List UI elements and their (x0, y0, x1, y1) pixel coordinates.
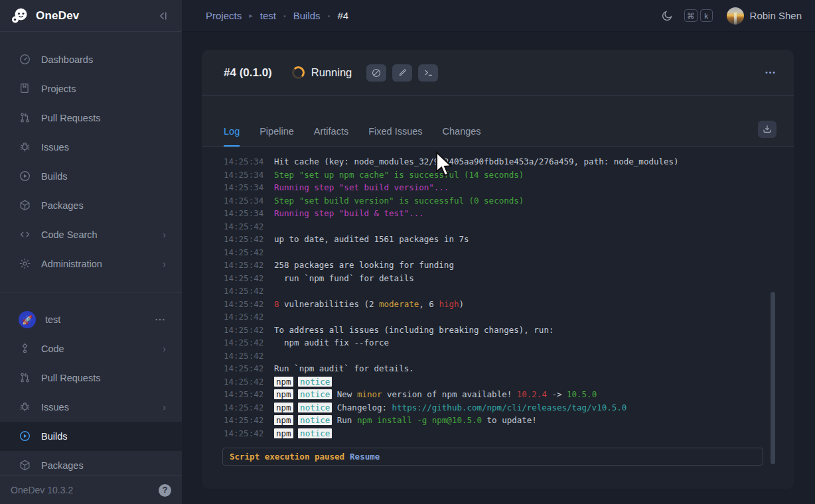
sidebar-item-label: Issues (41, 402, 69, 412)
sidebar-item-label: Dashboards (41, 54, 93, 65)
log-message: run `npm fund` for details (274, 272, 414, 285)
bug-icon (19, 141, 32, 154)
package-icon (19, 199, 32, 212)
download-log-button[interactable] (758, 121, 777, 138)
play-circle-icon (19, 430, 32, 443)
log-message: Step "set up npm cache" is successful (1… (274, 168, 524, 182)
project-item-code[interactable]: Code› (0, 334, 182, 363)
sidebar-item-administration[interactable]: Administration› (0, 249, 182, 279)
avatar (727, 7, 744, 25)
log-message: npm notice (274, 375, 332, 389)
project-item-pull-requests[interactable]: Pull Requests (0, 363, 182, 393)
project-more-icon[interactable] (154, 314, 166, 326)
shortcut-keys: ⌘k (684, 9, 713, 22)
help-icon[interactable]: ? (159, 484, 171, 497)
log-timestamp: 14:25:42 (224, 375, 265, 389)
breadcrumb-link-test[interactable]: test (260, 10, 276, 21)
log-scrollbar-thumb[interactable] (771, 292, 775, 464)
pull-request-icon (19, 111, 32, 125)
sidebar-item-packages[interactable]: Packages (0, 191, 182, 220)
tab-fixed-issues[interactable]: Fixed Issues (368, 126, 422, 147)
build-tabs: LogPipelineArtifactsFixed IssuesChanges (224, 126, 481, 147)
tab-changes[interactable]: Changes (443, 126, 481, 147)
paused-message: Script execution paused (230, 452, 344, 462)
build-status: Running (311, 66, 352, 79)
breadcrumb-separator: • (328, 12, 331, 20)
project-item-packages[interactable]: Packages (0, 451, 182, 475)
terminal-button[interactable] (418, 64, 438, 82)
sidebar-item-label: Builds (41, 431, 68, 442)
sidebar-item-label: Pull Requests (41, 373, 100, 383)
log-line: 14:25:42 run `npm fund` for details (224, 272, 794, 285)
project-avatar: 🚀 (19, 311, 36, 328)
log-timestamp: 14:25:42 (224, 272, 265, 285)
tab-pipeline[interactable]: Pipeline (259, 126, 294, 147)
sidebar-footer: OneDev 10.3.2 ? (0, 475, 182, 504)
log-line: 14:25:42npm notice (224, 427, 794, 440)
log-timestamp: 14:25:42 (224, 362, 265, 375)
sidebar-item-projects[interactable]: Projects (0, 74, 182, 103)
log-timestamp: 14:25:42 (224, 401, 265, 414)
log-timestamp: 14:25:42 (224, 336, 265, 349)
sidebar-item-dashboards[interactable]: Dashboards (0, 45, 182, 74)
chevron-right-icon: › (163, 259, 166, 269)
project-item-builds[interactable]: Builds (0, 422, 182, 451)
sidebar-item-label: Administration (41, 259, 102, 269)
breadcrumb-link-builds[interactable]: Builds (293, 10, 321, 21)
sidebar-item-builds[interactable]: Builds (0, 162, 182, 191)
chevron-right-icon: › (163, 403, 166, 412)
play-circle-icon (19, 170, 32, 183)
sidebar-project-row[interactable]: 🚀 test (0, 305, 182, 334)
log-timestamp: 14:25:34 (224, 168, 265, 182)
breadcrumb-link-projects[interactable]: Projects (206, 10, 242, 21)
log-timestamp: 14:25:42 (224, 220, 265, 233)
log-message: npm notice (274, 427, 332, 440)
sidebar-collapse-icon[interactable] (157, 9, 170, 23)
sidebar-item-label: Pull Requests (41, 113, 100, 123)
project-item-issues[interactable]: Issues› (0, 393, 182, 422)
bug-icon (19, 401, 32, 414)
sidebar-item-label: Code (41, 344, 64, 354)
gear-icon (19, 257, 32, 271)
sidebar-item-pull-requests[interactable]: Pull Requests (0, 103, 182, 133)
log-timestamp: 14:25:42 (224, 310, 265, 324)
sidebar-project-section: 🚀 test Code›Pull RequestsIssues›BuildsPa… (0, 292, 182, 475)
shortcut-key[interactable]: ⌘ (684, 9, 698, 22)
log-timestamp: 14:25:34 (224, 207, 265, 220)
top-navbar: Projects▸test•Builds•#4 ⌘k Robin Shen (182, 0, 815, 32)
build-title: #4 (0.1.0) (224, 66, 272, 80)
log-timestamp: 14:25:42 (224, 298, 265, 311)
shortcut-key[interactable]: k (700, 9, 713, 22)
log-line: 14:25:34Running step "build & test"... (224, 207, 794, 220)
log-timestamp: 14:25:42 (224, 246, 265, 259)
log-message: 258 packages are looking for funding (274, 259, 454, 272)
log-timestamp: 14:25:42 (224, 284, 265, 298)
code-search-icon (19, 228, 32, 241)
log-message: Running step "build & test"... (274, 207, 424, 220)
edit-build-button[interactable] (392, 64, 412, 82)
breadcrumb: Projects▸test•Builds•#4 (206, 10, 348, 21)
tab-artifacts[interactable]: Artifacts (314, 126, 348, 147)
log-message: Step "set build version" is successful (… (274, 194, 524, 208)
user-menu[interactable]: Robin Shen (727, 7, 802, 25)
log-message: npm notice Run npm install -g npm@10.5.0… (274, 414, 537, 427)
build-header: #4 (0.1.0) Running (202, 50, 794, 96)
log-message: npm notice New minor version of npm avai… (274, 388, 597, 401)
log-message: Run `npm audit` for details. (274, 362, 414, 375)
sidebar-item-label: Issues (41, 142, 69, 153)
cancel-build-button[interactable] (366, 64, 386, 82)
tab-log[interactable]: Log (224, 126, 240, 147)
dashboard-icon (19, 53, 32, 66)
log-timestamp: 14:25:42 (224, 414, 265, 427)
log-line: 14:25:42 (224, 284, 794, 298)
app-title: OneDev (36, 9, 79, 23)
log-message: Hit cache (key: node_modules_32/9b2405aa… (274, 155, 679, 168)
log-message: npm notice Changelog: https://github.com… (274, 401, 627, 414)
build-more-icon[interactable] (764, 66, 777, 79)
dark-mode-icon[interactable] (661, 10, 673, 22)
build-card: #4 (0.1.0) Running (202, 50, 794, 489)
build-log: 14:25:34Hit cache (key: node_modules_32/… (202, 147, 794, 489)
sidebar-item-code-search[interactable]: Code Search› (0, 220, 182, 249)
resume-link[interactable]: Resume (350, 452, 380, 462)
sidebar-item-issues[interactable]: Issues (0, 133, 182, 162)
